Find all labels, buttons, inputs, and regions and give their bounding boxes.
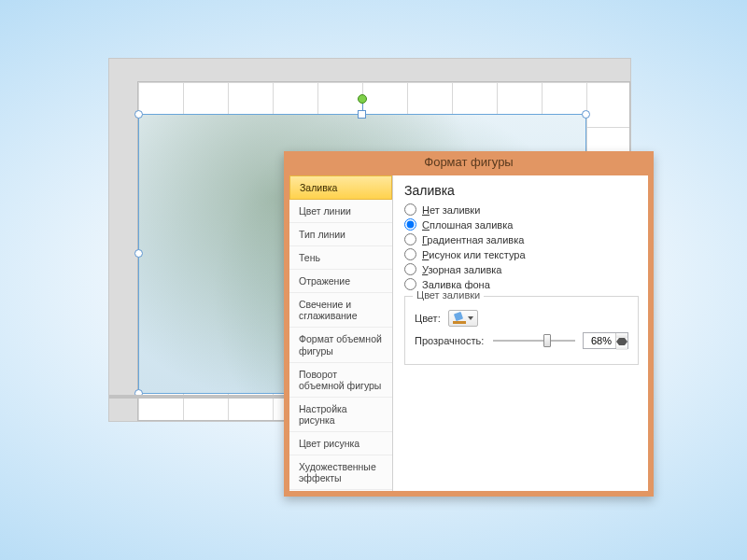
fill-panel: Заливка Нет заливкиСплошная заливкаГради… xyxy=(393,175,648,491)
fill-option-radio[interactable] xyxy=(404,248,416,260)
category-item[interactable]: Цвет рисунка xyxy=(289,432,392,455)
fill-option-label: Заливка фона xyxy=(422,279,490,290)
paint-bucket-icon xyxy=(453,313,466,324)
fill-option-radio[interactable] xyxy=(404,233,416,245)
spinner-up[interactable] xyxy=(616,333,627,342)
rotate-handle[interactable] xyxy=(358,94,367,104)
category-item[interactable]: Обрезка xyxy=(289,490,392,491)
category-list: ЗаливкаЦвет линииТип линииТеньОтражениеС… xyxy=(289,175,393,491)
category-item[interactable]: Настройка рисунка xyxy=(289,398,392,432)
category-item[interactable]: Поворот объемной фигуры xyxy=(289,363,392,398)
fill-option-label: Узорная заливка xyxy=(422,264,501,275)
fill-option-row[interactable]: Сплошная заливка xyxy=(404,218,639,231)
fill-option-radio[interactable] xyxy=(404,218,416,231)
fill-option-row[interactable]: Рисунок или текстура xyxy=(404,248,639,260)
fill-color-fieldset: Цвет заливки Цвет: Прозрачность: xyxy=(404,296,639,365)
category-item[interactable]: Цвет линии xyxy=(289,200,392,223)
fill-option-radio[interactable] xyxy=(404,203,416,216)
chevron-down-icon xyxy=(468,316,473,320)
fill-color-legend: Цвет заливки xyxy=(413,289,484,301)
resize-handle-mid-top[interactable] xyxy=(358,110,366,119)
fill-option-row[interactable]: Нет заливки xyxy=(404,203,639,216)
fill-panel-heading: Заливка xyxy=(404,183,639,198)
slider-track xyxy=(493,340,575,342)
fill-options-group: Нет заливкиСплошная заливкаГрадиентная з… xyxy=(404,203,639,290)
transparency-spinner[interactable] xyxy=(583,332,628,349)
color-picker-button[interactable] xyxy=(448,310,478,327)
fill-option-radio[interactable] xyxy=(404,263,416,275)
fill-option-row[interactable]: Узорная заливка xyxy=(404,263,639,275)
resize-handle-top-right[interactable] xyxy=(582,110,590,119)
fill-option-label: Сплошная заливка xyxy=(422,219,513,231)
transparency-slider[interactable] xyxy=(493,333,575,348)
category-item[interactable]: Отражение xyxy=(289,270,392,293)
fill-option-label: Градиентная заливка xyxy=(422,234,524,245)
triangle-up-icon xyxy=(616,333,627,342)
slider-thumb[interactable] xyxy=(543,334,551,347)
dialog-title: Формат фигуры xyxy=(289,155,648,169)
category-item[interactable]: Свечение и сглаживание xyxy=(289,293,392,328)
category-item[interactable]: Заливка xyxy=(289,175,392,200)
fill-option-label: Рисунок или текстура xyxy=(422,249,526,260)
transparency-label: Прозрачность: xyxy=(415,335,486,346)
transparency-input[interactable] xyxy=(584,333,615,348)
resize-handle-top-left[interactable] xyxy=(134,110,143,119)
spinner-down[interactable] xyxy=(616,342,627,350)
triangle-down-icon xyxy=(616,342,627,350)
category-item[interactable]: Формат объемной фигуры xyxy=(289,328,392,362)
category-item[interactable]: Тип линии xyxy=(289,223,392,246)
fill-option-row[interactable]: Градиентная заливка xyxy=(404,233,639,245)
color-label: Цвет: xyxy=(415,313,441,324)
resize-handle-mid-left[interactable] xyxy=(134,249,143,258)
category-item[interactable]: Художественные эффекты xyxy=(289,455,392,490)
format-shape-dialog: Формат фигуры ЗаливкаЦвет линииТип линии… xyxy=(284,151,654,497)
fill-option-label: Нет заливки xyxy=(422,204,480,216)
category-item[interactable]: Тень xyxy=(289,246,392,270)
